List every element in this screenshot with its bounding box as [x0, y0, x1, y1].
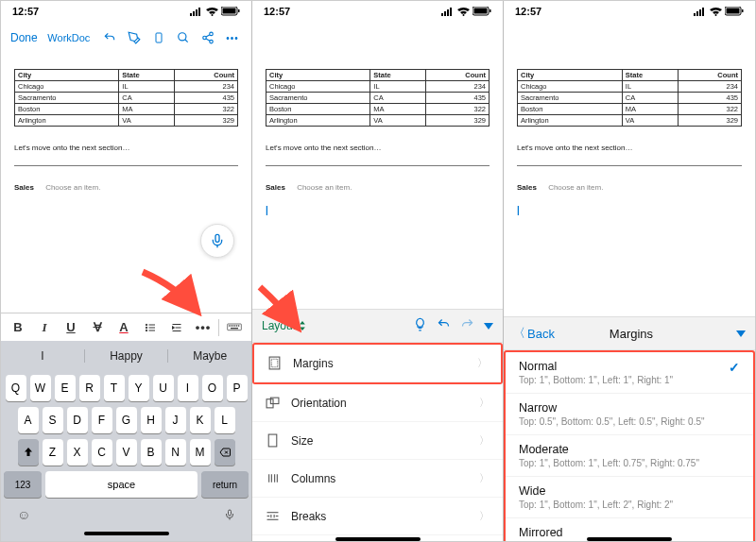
key-f[interactable]: F — [92, 407, 112, 433]
key-w[interactable]: W — [30, 375, 51, 401]
mobile-view-icon[interactable] — [149, 28, 168, 47]
key-u[interactable]: U — [153, 375, 174, 401]
option-orientation[interactable]: Orientation 〉 — [252, 384, 503, 422]
wifi-icon — [710, 8, 722, 16]
document-area[interactable]: City State Count ChicagoIL234SacramentoC… — [252, 54, 503, 223]
numbers-key[interactable]: 123 — [4, 471, 42, 498]
key-b[interactable]: B — [141, 439, 162, 466]
bullets-button[interactable] — [139, 322, 162, 333]
collapse-panel-button[interactable] — [736, 330, 746, 337]
sales-field[interactable]: Sales Choose an item. — [517, 183, 742, 192]
dictate-key[interactable] — [224, 507, 235, 526]
return-key[interactable]: return — [201, 471, 249, 498]
table-row[interactable]: BostonMA322 — [15, 104, 238, 115]
key-k[interactable]: K — [190, 407, 211, 433]
table-row[interactable]: ChicagoIL234 — [15, 81, 238, 93]
key-v[interactable]: V — [116, 439, 137, 466]
option-size[interactable]: Size 〉 — [252, 422, 503, 460]
key-y[interactable]: Y — [129, 375, 149, 401]
more-formatting-button[interactable]: ••• — [192, 320, 215, 334]
battery-icon — [472, 7, 491, 16]
margin-option-normal[interactable]: ✓NormalTop: 1", Bottom: 1", Left: 1", Ri… — [506, 352, 753, 394]
key-x[interactable]: X — [67, 439, 88, 466]
font-color-button[interactable]: A — [112, 320, 135, 334]
key-a[interactable]: A — [18, 407, 39, 433]
table-row[interactable]: ArlingtonVA329 — [518, 115, 742, 127]
hint-icon[interactable] — [413, 317, 427, 335]
table-cell: VA — [370, 115, 426, 127]
table-row[interactable]: ChicagoIL234 — [266, 81, 490, 93]
suggestion-2[interactable]: Happy — [85, 349, 169, 363]
table-row[interactable]: SacramentoCA435 — [266, 93, 490, 104]
key-l[interactable]: L — [215, 407, 235, 433]
suggestion-1[interactable]: I — [1, 349, 85, 363]
key-q[interactable]: Q — [6, 375, 26, 401]
document-area[interactable]: City State Count ChicagoIL234SacramentoC… — [1, 54, 251, 313]
svg-rect-65 — [702, 8, 704, 16]
undo-icon[interactable] — [100, 28, 119, 47]
table-cell: Arlington — [15, 115, 119, 127]
table-row[interactable]: BostonMA322 — [266, 104, 490, 115]
key-n[interactable]: N — [165, 439, 186, 466]
key-g[interactable]: G — [116, 407, 137, 433]
space-key[interactable]: space — [45, 471, 198, 498]
done-button[interactable]: Done — [10, 31, 38, 44]
data-table[interactable]: City State Count ChicagoIL234SacramentoC… — [266, 69, 490, 127]
table-cell: Arlington — [266, 115, 370, 127]
suggestion-3[interactable]: Maybe — [168, 349, 251, 363]
collapse-panel-button[interactable] — [484, 323, 493, 330]
draw-icon[interactable] — [125, 28, 144, 47]
margin-option-moderate[interactable]: ModerateTop: 1", Bottom: 1", Left: 0.75"… — [506, 435, 753, 477]
document-area[interactable]: City State Count ChicagoIL234SacramentoC… — [504, 54, 755, 223]
text-cursor: | — [266, 205, 490, 215]
undo-icon[interactable] — [437, 317, 451, 335]
share-icon[interactable] — [198, 28, 217, 47]
key-d[interactable]: D — [67, 407, 88, 433]
option-margins[interactable]: Margins 〉 — [254, 345, 501, 382]
key-s[interactable]: S — [43, 407, 63, 433]
dictation-button[interactable] — [200, 224, 234, 258]
table-row[interactable]: ArlingtonVA329 — [15, 115, 238, 127]
table-row[interactable]: BostonMA322 — [518, 104, 742, 115]
layout-tab-selector[interactable]: Layout — [262, 319, 306, 332]
body-text[interactable]: Let's move onto the next section… — [517, 144, 742, 152]
option-columns[interactable]: Columns 〉 — [252, 460, 503, 498]
sales-field[interactable]: Sales Choose an item. — [14, 183, 238, 192]
more-icon[interactable]: ••• — [223, 28, 242, 47]
search-icon[interactable] — [174, 28, 193, 47]
key-o[interactable]: O — [202, 375, 223, 401]
margin-option-wide[interactable]: WideTop: 1", Bottom: 1", Left: 2", Right… — [506, 477, 753, 518]
backspace-key[interactable] — [215, 439, 235, 466]
margin-option-narrow[interactable]: NarrowTop: 0.5", Bottom: 0.5", Left: 0.5… — [506, 394, 753, 435]
keyboard-toggle-button[interactable] — [223, 323, 246, 332]
strikethrough-button[interactable]: ∀ — [86, 320, 109, 334]
key-i[interactable]: I — [178, 375, 198, 401]
key-r[interactable]: R — [79, 375, 100, 401]
underline-button[interactable]: U — [60, 320, 82, 334]
table-row[interactable]: ArlingtonVA329 — [266, 115, 490, 127]
key-t[interactable]: T — [104, 375, 125, 401]
indent-button[interactable] — [165, 322, 188, 333]
key-j[interactable]: J — [165, 407, 186, 433]
emoji-key[interactable]: ☺ — [17, 507, 30, 526]
table-row[interactable]: SacramentoCA435 — [15, 93, 238, 104]
key-e[interactable]: E — [55, 375, 76, 401]
data-table[interactable]: City State Count ChicagoIL234SacramentoC… — [517, 69, 742, 127]
data-table[interactable]: City State Count ChicagoIL234SacramentoC… — [14, 69, 238, 127]
shift-key[interactable] — [18, 439, 39, 466]
bold-button[interactable]: B — [7, 320, 29, 334]
key-c[interactable]: C — [92, 439, 112, 466]
redo-icon[interactable] — [460, 317, 474, 335]
table-row[interactable]: SacramentoCA435 — [518, 93, 742, 104]
option-breaks[interactable]: Breaks 〉 — [252, 498, 503, 535]
table-row[interactable]: ChicagoIL234 — [518, 81, 742, 93]
body-text[interactable]: Let's move onto the next section… — [266, 144, 490, 152]
table-cell: CA — [622, 93, 678, 104]
body-text[interactable]: Let's move onto the next section… — [14, 144, 238, 152]
key-p[interactable]: P — [227, 375, 248, 401]
key-z[interactable]: Z — [43, 439, 63, 466]
key-h[interactable]: H — [141, 407, 162, 433]
italic-button[interactable]: I — [33, 320, 56, 335]
key-m[interactable]: M — [190, 439, 211, 466]
sales-field[interactable]: Sales Choose an item. — [266, 183, 490, 192]
